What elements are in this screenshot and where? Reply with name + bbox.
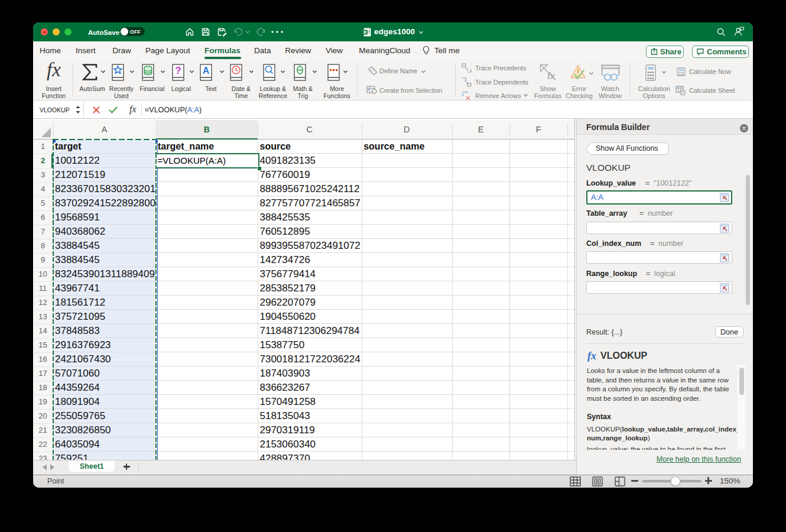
svg-text:?: ? xyxy=(175,65,181,76)
svg-text:fx: fx xyxy=(547,70,556,81)
svg-text:A: A xyxy=(203,66,210,76)
